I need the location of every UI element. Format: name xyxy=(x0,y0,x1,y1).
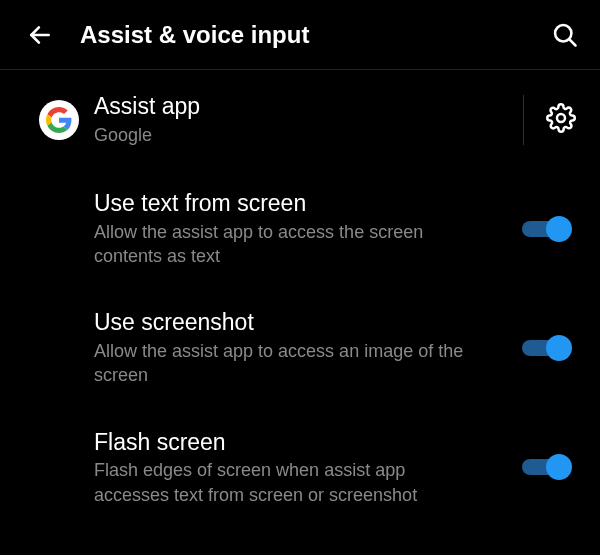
settings-list: Assist app Google Use text from screen A… xyxy=(0,70,600,527)
use-screenshot-subtitle: Allow the assist app to access an image … xyxy=(94,339,474,388)
svg-line-2 xyxy=(569,39,575,45)
search-icon[interactable] xyxy=(550,20,580,50)
use-text-row[interactable]: Use text from screen Allow the assist ap… xyxy=(0,169,600,288)
use-text-title: Use text from screen xyxy=(94,189,506,218)
google-icon xyxy=(24,100,94,140)
use-screenshot-toggle[interactable] xyxy=(522,336,570,360)
assist-app-title: Assist app xyxy=(94,92,513,121)
svg-point-3 xyxy=(557,114,565,122)
use-screenshot-row[interactable]: Use screenshot Allow the assist app to a… xyxy=(0,288,600,407)
use-text-toggle[interactable] xyxy=(522,217,570,241)
vertical-divider xyxy=(523,95,524,145)
header: Assist & voice input xyxy=(0,0,600,70)
assist-app-row[interactable]: Assist app Google xyxy=(0,70,600,169)
flash-screen-toggle[interactable] xyxy=(522,455,570,479)
use-screenshot-title: Use screenshot xyxy=(94,308,506,337)
use-text-subtitle: Allow the assist app to access the scree… xyxy=(94,220,474,269)
flash-screen-subtitle: Flash edges of screen when assist app ac… xyxy=(94,458,474,507)
page-title: Assist & voice input xyxy=(80,21,550,49)
back-icon[interactable] xyxy=(26,21,54,49)
flash-screen-title: Flash screen xyxy=(94,428,506,457)
assist-app-subtitle: Google xyxy=(94,123,474,147)
gear-icon[interactable] xyxy=(546,103,576,137)
flash-screen-row[interactable]: Flash screen Flash edges of screen when … xyxy=(0,408,600,527)
